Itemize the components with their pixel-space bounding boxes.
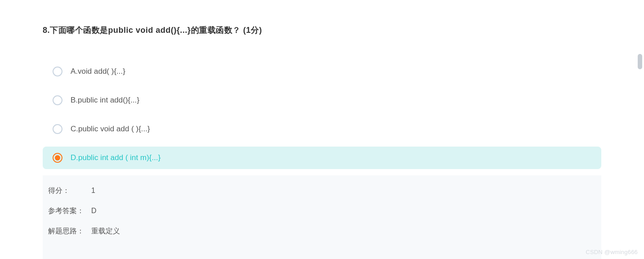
score-row: 得分： 1 — [48, 186, 596, 196]
score-label: 得分： — [48, 186, 91, 196]
option-a[interactable]: A.void add( ){...} — [43, 60, 601, 83]
scrollbar-thumb[interactable] — [638, 54, 642, 69]
answer-label: 参考答案： — [48, 206, 91, 216]
explanation-row: 解题思路： 重载定义 — [48, 227, 596, 236]
option-d[interactable]: D.public int add ( int m){...} — [43, 147, 601, 169]
radio-unchecked-icon — [53, 95, 62, 105]
option-label: D.public int add ( int m){...} — [71, 153, 160, 162]
radio-unchecked-icon — [53, 67, 62, 76]
answer-row: 参考答案： D — [48, 206, 596, 216]
question-page: 8.下面哪个函数是public void add(){...}的重载函数？ (1… — [0, 0, 644, 259]
radio-checked-icon — [53, 153, 62, 163]
explanation-value: 重载定义 — [91, 227, 120, 236]
score-value: 1 — [91, 187, 95, 195]
question-title: 8.下面哪个函数是public void add(){...}的重载函数？ (1… — [43, 25, 601, 36]
option-label: A.void add( ){...} — [71, 67, 125, 76]
option-c[interactable]: C.public void add ( ){...} — [43, 118, 601, 140]
feedback-panel: 得分： 1 参考答案： D 解题思路： 重载定义 — [43, 175, 601, 259]
options-list: A.void add( ){...} B.public int add(){..… — [43, 60, 601, 169]
option-label: C.public void add ( ){...} — [71, 125, 150, 134]
option-label: B.public int add(){...} — [71, 96, 139, 105]
radio-unchecked-icon — [53, 124, 62, 134]
answer-value: D — [91, 207, 97, 215]
option-b[interactable]: B.public int add(){...} — [43, 89, 601, 112]
explanation-label: 解题思路： — [48, 227, 91, 236]
